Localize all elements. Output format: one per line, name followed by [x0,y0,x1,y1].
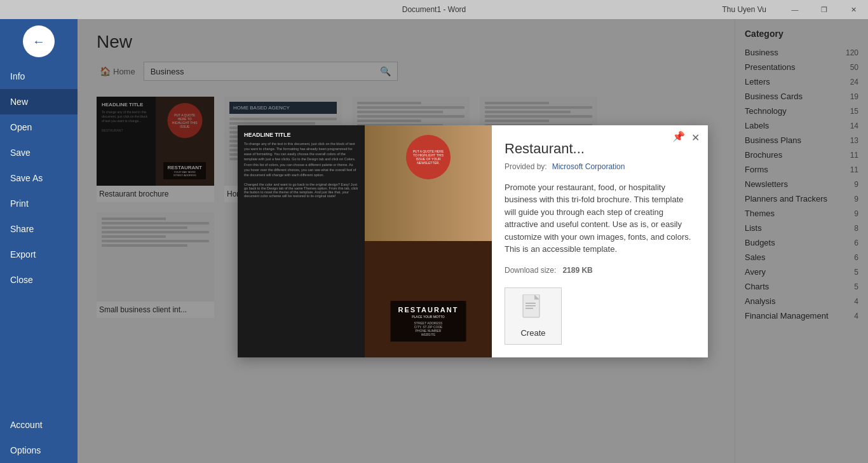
svg-rect-4 [526,308,533,309]
title-bar: Document1 - Word Thu Uyen Vu — ❒ ✕ [0,0,868,19]
sidebar-item-save-as[interactable]: Save As [0,165,78,191]
sidebar-label-options: Options [10,445,41,455]
svg-rect-2 [526,303,536,304]
sidebar-item-export[interactable]: Export [0,242,78,267]
sidebar-label-print: Print [10,198,29,209]
sidebar-label-open: Open [10,122,32,132]
sidebar-label-export: Export [10,249,36,259]
svg-rect-3 [526,305,536,307]
sidebar-label-info: Info [10,71,25,81]
sidebar-item-account[interactable]: Account [0,412,78,438]
modal-provider: Provided by: Microsoft Corporation [505,162,695,171]
modal-provided-by-label: Provided by: [505,162,547,171]
back-button[interactable]: ← [23,25,55,57]
window-controls: — ❒ ✕ [780,0,868,19]
sidebar-label-save-as: Save As [10,173,43,183]
modal-download-info: Download size: 2189 KB [505,266,695,275]
sidebar-item-close[interactable]: Close [0,267,78,293]
window-title: Document1 - Word [402,5,466,14]
close-button[interactable]: ✕ [839,0,868,19]
modal-body: HEADLINE TITLE To change any of the text… [238,125,708,357]
modal-overlay[interactable]: ✕ 📌 HEADLINE TITLE To change any of the … [78,19,868,463]
minimize-button[interactable]: — [780,0,810,19]
sidebar-label-close: Close [10,275,33,285]
back-arrow-icon: ← [32,34,45,49]
sidebar-item-new[interactable]: New [0,89,78,114]
modal-close-button[interactable]: ✕ [688,130,703,146]
document-icon [522,294,545,320]
create-icon [522,294,545,324]
modal-info-panel: Restaurant... Provided by: Microsoft Cor… [492,125,708,357]
modal-create-button[interactable]: Create [505,287,562,345]
sidebar-label-share: Share [10,224,34,234]
sidebar-item-print[interactable]: Print [0,191,78,216]
sidebar-item-options[interactable]: Options [0,438,78,463]
sidebar-label-new: New [10,97,28,107]
sidebar-label-account: Account [10,420,43,430]
user-name: Thu Uyen Vu [715,0,773,19]
modal-preview-area: HEADLINE TITLE To change any of the text… [238,125,492,357]
sidebar: ← Info New Open Save Save As Print Share… [0,19,78,463]
modal-download-size: 2189 KB [562,266,592,275]
modal-create-label: Create [520,328,545,338]
modal-title: Restaurant... [505,141,695,157]
modal-provider-name: Microsoft Corporation [552,162,625,171]
sidebar-item-info[interactable]: Info [0,64,78,89]
modal-pin-button[interactable]: 📌 [672,130,685,142]
sidebar-item-open[interactable]: Open [0,114,78,140]
sidebar-label-save: Save [10,148,31,158]
sidebar-item-share[interactable]: Share [0,216,78,242]
modal-dialog: ✕ 📌 HEADLINE TITLE To change any of the … [238,125,708,357]
sidebar-item-save[interactable]: Save [0,140,78,165]
modal-download-label: Download size: [505,266,556,275]
modal-description: Promote your restaurant, food, or hospit… [505,181,695,256]
restore-button[interactable]: ❒ [810,0,839,19]
